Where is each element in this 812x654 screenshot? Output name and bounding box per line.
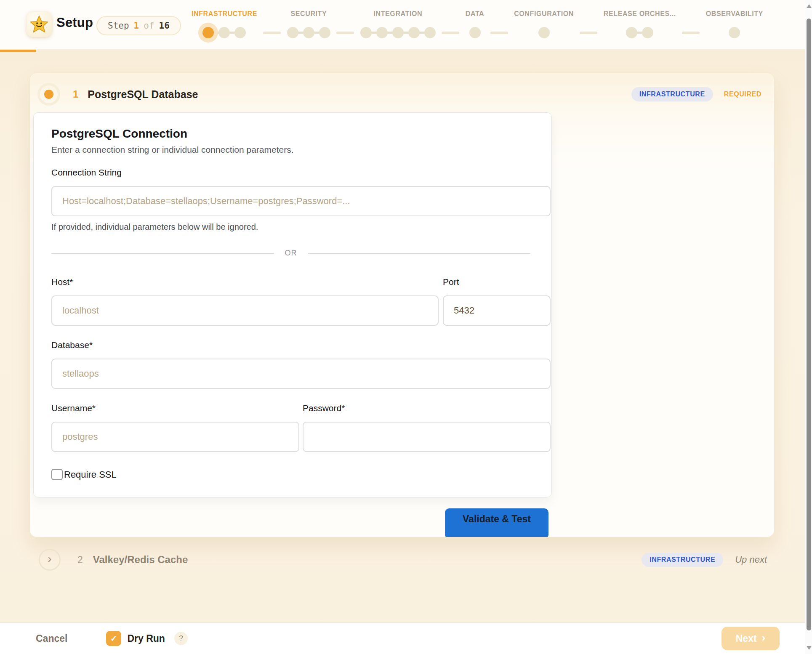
- stepper-connector: [682, 32, 700, 34]
- step-dot[interactable]: [626, 27, 637, 38]
- host-input[interactable]: [51, 295, 439, 326]
- check-icon: ✓: [110, 633, 117, 643]
- username-label: Username*: [51, 403, 299, 413]
- app-header: Setup Step 1 of 16 INFRASTRUCTURESECURIT…: [0, 0, 805, 50]
- active-step-indicator: [37, 83, 60, 106]
- require-ssl-row: Require SSL: [51, 469, 551, 480]
- step-dot[interactable]: [319, 27, 330, 38]
- stepper-connector: [442, 32, 459, 34]
- stepper-dots: [469, 23, 481, 42]
- password-label: Password*: [303, 403, 551, 413]
- step-dot[interactable]: [392, 27, 404, 38]
- divider-line: [51, 253, 274, 254]
- step-badges: INFRASTRUCTURE REQUIRED: [631, 87, 761, 101]
- star-mascot-icon: [29, 15, 49, 34]
- header-accent-bar: [0, 50, 36, 52]
- dry-run-checkbox[interactable]: ✓: [106, 631, 121, 646]
- host-port-row: Host* Port: [51, 277, 551, 326]
- step-dot[interactable]: [360, 27, 372, 38]
- step-dot[interactable]: [642, 27, 653, 38]
- step-dot[interactable]: [287, 27, 298, 38]
- next-step-meta: INFRASTRUCTURE Up next: [642, 553, 767, 567]
- step-badge-current: 1: [134, 21, 139, 31]
- step-dot[interactable]: [303, 27, 314, 38]
- scrollbar-down-arrow-icon[interactable]: [807, 646, 812, 650]
- next-button[interactable]: Next ›: [721, 627, 780, 650]
- required-badge: REQUIRED: [724, 90, 761, 98]
- form-column: PostgreSQL Connection Enter a connection…: [33, 112, 552, 537]
- scrollbar-track[interactable]: [805, 0, 812, 654]
- step-number: 1: [73, 88, 78, 100]
- stepper-group-label: RELEASE ORCHES...: [604, 10, 676, 18]
- stepper-connector: [263, 32, 281, 34]
- step-dot[interactable]: [729, 27, 740, 38]
- stepper-group: INFRASTRUCTURE: [192, 10, 257, 42]
- validate-test-button[interactable]: Validate & Test: [445, 508, 548, 537]
- stepper-dots: [287, 23, 330, 42]
- step-dot[interactable]: [538, 27, 550, 38]
- step-dot[interactable]: [424, 27, 436, 38]
- divider-label: OR: [285, 249, 297, 258]
- next-button-label: Next: [736, 633, 757, 644]
- step-badge-total: 16: [159, 21, 170, 31]
- database-input[interactable]: [51, 359, 551, 389]
- step-dot[interactable]: [202, 27, 214, 38]
- stepper-group-label: SECURITY: [291, 10, 327, 18]
- wizard-footer: Cancel ✓ Dry Run ? Next ›: [0, 623, 805, 654]
- page-title: Setup: [56, 15, 93, 30]
- divider-line: [308, 253, 531, 254]
- step-title: PostgreSQL Database: [88, 88, 198, 101]
- step-dot[interactable]: [376, 27, 388, 38]
- stepper-dots: [729, 23, 740, 42]
- stepper-group-label: INTEGRATION: [374, 10, 423, 18]
- step-dot[interactable]: [408, 27, 420, 38]
- step-dot[interactable]: [218, 27, 230, 38]
- connection-string-helper: If provided, individual parameters below…: [51, 222, 551, 232]
- help-icon[interactable]: ?: [174, 632, 188, 645]
- username-input[interactable]: [51, 422, 299, 452]
- step-dot[interactable]: [469, 27, 481, 38]
- stepper-group-label: CONFIGURATION: [514, 10, 574, 18]
- username-password-row: Username* Password*: [51, 403, 551, 452]
- stepper-dots: [360, 23, 436, 42]
- step-card-header[interactable]: 1 PostgreSQL Database INFRASTRUCTURE REQ…: [33, 76, 771, 112]
- dry-run-label: Dry Run: [127, 633, 165, 644]
- form-subtitle: Enter a connection string or individual …: [51, 145, 551, 155]
- scrollbar-up-arrow-icon[interactable]: [807, 4, 812, 8]
- connection-string-input[interactable]: [51, 186, 551, 216]
- password-input[interactable]: [303, 422, 551, 452]
- port-input[interactable]: [443, 295, 551, 326]
- form-actions: Validate & Test: [33, 508, 552, 537]
- chevron-right-icon: ›: [762, 632, 766, 645]
- scrollbar-thumb[interactable]: [807, 19, 811, 630]
- stepper-group-label: OBSERVABILITY: [706, 10, 763, 18]
- expand-step-button[interactable]: ›: [39, 549, 61, 571]
- active-step-dot-icon: [44, 90, 53, 99]
- stepper-connector: [490, 32, 508, 34]
- connection-form-card: PostgreSQL Connection Enter a connection…: [33, 112, 552, 497]
- stepper-group: INTEGRATION: [360, 10, 436, 42]
- stepper-connector: [336, 32, 354, 34]
- form-title: PostgreSQL Connection: [51, 127, 551, 141]
- stepper-connector: [580, 32, 597, 34]
- stepper: INFRASTRUCTURESECURITYINTEGRATIONDATACON…: [192, 10, 763, 42]
- step-card-postgresql: 1 PostgreSQL Database INFRASTRUCTURE REQ…: [29, 72, 775, 537]
- category-badge: INFRASTRUCTURE: [642, 553, 723, 567]
- stepper-group: RELEASE ORCHES...: [604, 10, 676, 42]
- category-badge: INFRASTRUCTURE: [631, 87, 713, 101]
- stepper-group: SECURITY: [287, 10, 330, 42]
- stepper-dots: [202, 23, 246, 42]
- host-label: Host*: [51, 277, 439, 287]
- require-ssl-checkbox[interactable]: [51, 469, 63, 480]
- step-dot[interactable]: [234, 27, 246, 38]
- cancel-button[interactable]: Cancel: [36, 633, 67, 644]
- connection-string-label: Connection String: [51, 167, 551, 178]
- up-next-label: Up next: [735, 554, 767, 565]
- next-step-row[interactable]: › 2 Valkey/Redis Cache INFRASTRUCTURE Up…: [39, 548, 767, 572]
- require-ssl-label: Require SSL: [64, 469, 117, 480]
- port-label: Port: [443, 277, 551, 287]
- chevron-right-icon: ›: [48, 553, 51, 565]
- stepper-dots: [626, 23, 653, 42]
- next-step-title: Valkey/Redis Cache: [93, 554, 188, 566]
- or-divider: OR: [51, 249, 530, 258]
